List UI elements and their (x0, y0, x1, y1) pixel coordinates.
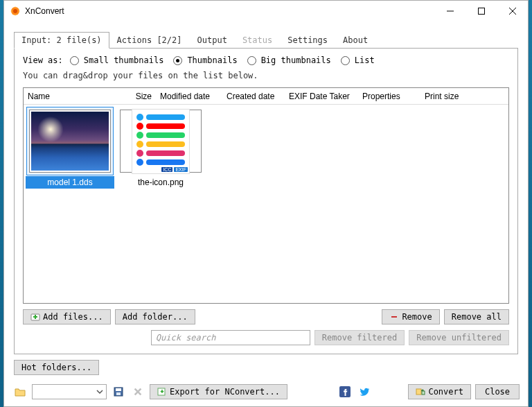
thumbnail-preview: ICC EXIF (120, 110, 202, 173)
file-thumbnail[interactable]: model 1.dds (26, 107, 114, 189)
hot-folders-label: Hot folders... (21, 363, 91, 372)
app-window: XnConvert Input: 2 file(s) Actions [2/2]… (3, 0, 529, 407)
thumbnail-preview (29, 110, 111, 173)
tab-output[interactable]: Output (190, 32, 235, 49)
svg-rect-11 (116, 388, 121, 391)
add-files-label: Add files... (43, 312, 103, 322)
remove-label: Remove (402, 312, 432, 322)
thumbnails-area[interactable]: model 1.dds (24, 105, 508, 303)
social-sheet-preview-icon: ICC EXIF (132, 110, 189, 173)
landscape-preview-icon (30, 110, 110, 172)
delete-icon[interactable] (130, 384, 145, 399)
svg-point-1 (13, 9, 17, 13)
file-list: Name Size Modified date Created date EXI… (23, 87, 509, 304)
radio-list[interactable] (341, 56, 350, 65)
col-properties[interactable]: Properties (358, 92, 420, 101)
radio-big-thumbnails[interactable] (247, 56, 256, 65)
svg-rect-3 (478, 8, 484, 15)
open-folder-icon[interactable] (12, 384, 28, 399)
column-header[interactable]: Name Size Modified date Created date EXI… (24, 88, 508, 105)
add-folder-button[interactable]: Add folder... (115, 309, 195, 324)
add-folder-label: Add folder... (123, 312, 188, 322)
quick-search-input[interactable] (151, 330, 310, 345)
minimize-button[interactable] (434, 1, 466, 21)
maximize-button[interactable] (466, 1, 497, 21)
tab-page-input: View as: Small thumbnails Thumbnails Big… (14, 48, 518, 354)
radio-big-label[interactable]: Big thumbnails (261, 55, 331, 65)
col-modified[interactable]: Modified date (156, 92, 222, 101)
close-app-button[interactable]: Close (475, 384, 520, 399)
add-files-button[interactable]: Add files... (23, 309, 111, 324)
preset-combo[interactable] (32, 384, 107, 399)
radio-small-thumbnails[interactable] (70, 56, 79, 65)
tab-settings[interactable]: Settings (280, 32, 335, 49)
tab-status: Status (235, 32, 280, 49)
col-size[interactable]: Size (127, 92, 156, 101)
svg-rect-17 (416, 389, 421, 395)
radio-thumbnails-label[interactable]: Thumbnails (187, 55, 237, 65)
filter-row: Remove filtered Remove unfiltered (23, 330, 509, 345)
export-nconvert-button[interactable]: Export for NConvert... (150, 384, 287, 399)
tab-input[interactable]: Input: 2 file(s) (14, 32, 109, 49)
view-as-label: View as: (23, 55, 63, 65)
radio-list-label[interactable]: List (355, 55, 375, 65)
svg-rect-12 (116, 392, 121, 395)
twitter-icon[interactable] (357, 384, 372, 399)
drag-drop-hint: You can drag&drop your files on the list… (23, 71, 509, 80)
body: Input: 2 file(s) Actions [2/2] Output St… (4, 21, 528, 381)
convert-button[interactable]: Convert (408, 384, 471, 399)
export-label: Export for NConvert... (170, 387, 280, 397)
radio-thumbnails[interactable] (173, 56, 182, 65)
app-icon (10, 6, 21, 17)
col-name[interactable]: Name (24, 92, 127, 101)
plus-icon (30, 312, 40, 322)
remove-filtered-button[interactable]: Remove filtered (314, 330, 405, 345)
col-exif[interactable]: EXIF Date Taker (285, 92, 358, 101)
svg-rect-18 (422, 391, 425, 395)
close-button[interactable] (497, 1, 528, 21)
remove-unfiltered-button[interactable]: Remove unfiltered (409, 330, 509, 345)
remove-all-label: Remove all (452, 312, 502, 322)
window-title: XnConvert (25, 6, 64, 16)
file-actions-row: Add files... Add folder... Remove Remove… (23, 309, 509, 324)
export-icon (157, 387, 167, 397)
radio-small-label[interactable]: Small thumbnails (84, 55, 164, 65)
remove-button[interactable]: Remove (382, 309, 439, 324)
facebook-icon[interactable] (337, 384, 353, 399)
footer: Export for NConvert... Convert Close (4, 381, 528, 406)
file-thumbnail[interactable]: ICC EXIF the-icon.png (116, 107, 205, 189)
save-icon[interactable] (111, 384, 126, 399)
thumbnail-label: the-icon.png (116, 176, 205, 189)
col-created[interactable]: Created date (222, 92, 285, 101)
tab-strip: Input: 2 file(s) Actions [2/2] Output St… (14, 32, 518, 49)
close-label: Close (485, 387, 510, 397)
remove-filtered-label: Remove filtered (322, 333, 397, 343)
convert-icon (416, 387, 425, 397)
remove-unfiltered-label: Remove unfiltered (416, 333, 502, 343)
thumbnail-frame: ICC EXIF (117, 107, 204, 175)
thumbnail-label: model 1.dds (26, 176, 114, 189)
view-as-row: View as: Small thumbnails Thumbnails Big… (23, 55, 509, 65)
badge-exif: EXIF (174, 167, 188, 172)
minus-icon (389, 312, 399, 322)
thumbnail-frame (26, 107, 114, 175)
remove-all-button[interactable]: Remove all (444, 309, 509, 324)
badge-icc: ICC (161, 167, 172, 172)
window-controls (434, 1, 528, 21)
convert-label: Convert (428, 387, 463, 397)
col-print[interactable]: Print size (420, 92, 508, 101)
chevron-down-icon (96, 388, 103, 395)
tab-actions[interactable]: Actions [2/2] (109, 32, 190, 49)
hot-folders-button[interactable]: Hot folders... (14, 360, 99, 375)
titlebar: XnConvert (4, 1, 528, 21)
tab-about[interactable]: About (335, 32, 375, 49)
